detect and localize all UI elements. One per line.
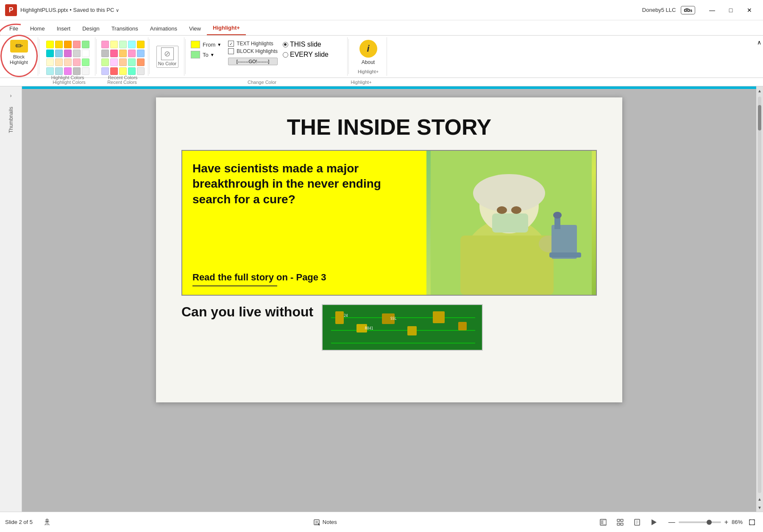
close-button[interactable]: ✕ [741, 4, 758, 16]
ribbon-section-change-color: From ▼ To ▼ ✓ TEXT Highlights BLOCK High… [187, 37, 348, 76]
swatch-row-1 [46, 41, 89, 48]
every-slide-radio[interactable]: EVERY slide [283, 51, 329, 58]
zoom-plus[interactable]: + [724, 518, 728, 526]
ribbon-tabs: File Home Insert Design Transitions Anim… [0, 20, 763, 36]
zoom-slider[interactable] [679, 521, 721, 523]
scroll-track[interactable] [758, 97, 761, 493]
recent-swatch-7[interactable] [110, 50, 118, 57]
swatch-yellow-1[interactable] [46, 41, 54, 48]
swatch-peach-1[interactable] [55, 58, 63, 66]
tab-transitions[interactable]: Transitions [106, 23, 144, 35]
about-button[interactable]: i About [353, 37, 384, 68]
panel-toggle-button[interactable]: › [5, 90, 17, 102]
recent-swatch-18[interactable] [119, 67, 127, 75]
svg-rect-21 [407, 326, 417, 335]
swatch-gray-1[interactable] [73, 50, 81, 57]
swatch-pink-1[interactable] [73, 41, 81, 48]
ribbon-section-recent-colors: Recent Colors [97, 37, 148, 76]
recent-swatch-4[interactable] [128, 41, 136, 48]
tab-highlight-plus[interactable]: Highlight+ [207, 22, 246, 35]
swatch-purple-1[interactable] [64, 50, 72, 57]
window-controls: — □ ✕ [704, 4, 758, 16]
maximize-button[interactable]: □ [722, 4, 739, 16]
svg-text:R841: R841 [365, 327, 373, 330]
block-highlights-row: BLOCK Highlights [228, 48, 278, 54]
swatch-violet-1[interactable] [64, 67, 72, 75]
recent-swatch-10[interactable] [137, 50, 145, 57]
swatch-salmon-1[interactable] [64, 58, 72, 66]
reading-view-button[interactable] [629, 515, 645, 529]
no-color-button[interactable]: ⊘ No Color [156, 46, 178, 68]
recent-swatch-1[interactable] [101, 41, 109, 48]
recent-swatch-2[interactable] [110, 41, 118, 48]
swatch-row-2 [46, 50, 89, 57]
swatch-lemon-1[interactable] [46, 58, 54, 66]
swatch-ltblue-1[interactable] [55, 67, 63, 75]
from-dropdown[interactable]: From ▼ [191, 41, 221, 48]
zoom-thumb [707, 520, 712, 525]
scroll-bottom-arrows: ▲ ▼ [756, 495, 763, 512]
recent-swatch-8[interactable] [119, 50, 127, 57]
tab-animations[interactable]: Animations [144, 23, 183, 35]
slide-sorter-button[interactable] [613, 515, 628, 529]
from-label: From [203, 42, 215, 48]
swatches-container [45, 37, 91, 75]
zoom-fit-button[interactable] [746, 516, 758, 528]
block-highlights-checkbox[interactable] [228, 48, 234, 54]
recent-swatch-9[interactable] [128, 50, 136, 57]
swatch-silver-1[interactable] [73, 67, 81, 75]
accessibility-button[interactable] [39, 515, 55, 529]
scroll-up-arrow[interactable]: ▲ [756, 86, 763, 95]
block-highlight-button[interactable]: ✏ Block Highlight [4, 37, 34, 68]
swatch-blue-1[interactable] [55, 50, 63, 57]
tab-file[interactable]: File [3, 23, 24, 35]
recent-swatch-13[interactable] [119, 58, 127, 66]
svg-rect-22 [433, 311, 445, 323]
tab-insert[interactable]: Insert [51, 23, 77, 35]
highlight-colors-section-label: Highlight Colors [51, 75, 84, 82]
go-button[interactable]: [-------GO!-------] [228, 58, 278, 65]
swatch-cyan-1[interactable] [46, 50, 54, 57]
recent-swatch-5[interactable] [137, 41, 145, 48]
tab-home[interactable]: Home [24, 23, 51, 35]
tab-view[interactable]: View [183, 23, 207, 35]
slideshow-icon [650, 518, 658, 526]
slide[interactable]: THE INSIDE STORY Have scientists made a … [156, 97, 622, 402]
swatch-orange-1[interactable] [64, 41, 72, 48]
swatch-yellow-2[interactable] [55, 41, 63, 48]
swatch-green-1[interactable] [82, 41, 89, 48]
recent-swatch-6[interactable] [101, 50, 109, 57]
scroll-down-arrow-1[interactable]: ▲ [756, 495, 763, 503]
slideshow-button[interactable] [646, 515, 662, 529]
sep1 [39, 39, 39, 74]
zoom-minus[interactable]: — [668, 518, 675, 526]
recent-swatch-14[interactable] [128, 58, 136, 66]
text-highlights-checkbox[interactable]: ✓ [228, 41, 234, 47]
recent-swatch-20[interactable] [137, 67, 145, 75]
normal-view-button[interactable] [596, 515, 611, 529]
swatch-offwhite-1[interactable] [82, 67, 89, 75]
recent-swatch-12[interactable] [110, 58, 118, 66]
recent-swatch-3[interactable] [119, 41, 127, 48]
recent-swatch-17[interactable] [110, 67, 118, 75]
recent-swatch-15[interactable] [137, 58, 145, 66]
swatch-white-1[interactable] [82, 50, 89, 57]
slide-yellow-box: Have scientists made a major breakthroug… [181, 150, 597, 296]
swatch-ltpink-1[interactable] [73, 58, 81, 66]
recent-swatch-11[interactable] [101, 58, 109, 66]
ribbon-section-about: i About Highlight+ [350, 37, 387, 76]
svg-point-8 [511, 206, 521, 214]
this-slide-radio[interactable]: THIS slide [283, 41, 329, 48]
recent-swatch-19[interactable] [128, 67, 136, 75]
to-dropdown[interactable]: To ▼ [191, 51, 221, 58]
scientist-svg [431, 151, 592, 295]
recent-swatch-16[interactable] [101, 67, 109, 75]
ribbon-collapse-button[interactable]: ∧ [757, 39, 761, 46]
swatch-mint-1[interactable] [46, 67, 54, 75]
main-area: › Thumbnails THE INSIDE STORY Have scien… [0, 86, 763, 512]
minimize-button[interactable]: — [704, 4, 721, 16]
tab-design[interactable]: Design [76, 23, 105, 35]
scroll-down-arrow-2[interactable]: ▼ [756, 503, 763, 512]
notes-button[interactable]: Notes [310, 517, 340, 527]
swatch-ltgreen-1[interactable] [82, 58, 89, 66]
